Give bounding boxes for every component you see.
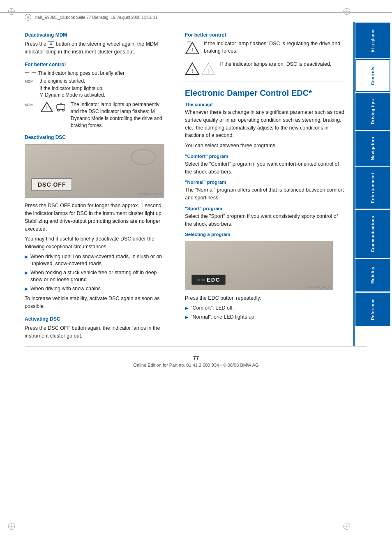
indicator-1-text: If the indicator lamp flashes: DSC is re…: [204, 40, 345, 55]
dsc-text-1: Press the DSC OFF button for longer than…: [25, 202, 168, 233]
activating-dsc-text: Press the DSC OFF button again; the indi…: [25, 324, 168, 340]
svg-point-15: [58, 109, 60, 111]
comfort-program-section: "Comfort" program Select the "Comfort" p…: [185, 154, 345, 176]
normal-program-text: The "Normal" program offers control that…: [185, 186, 345, 202]
svg-point-16: [62, 109, 65, 111]
dsc-bullet-3-text: When driving with snow chains: [30, 285, 101, 293]
concept-text-2: You can select between three programs.: [185, 142, 345, 150]
mdm-dash-2: —: [25, 86, 38, 91]
mdm-indicator2-text: If the indicator lamp lights up:: [39, 86, 104, 91]
mdm-row-2: — If the indicator lamp lights up:: [25, 86, 168, 91]
edc-press-text: Press the EDC button repeatedly:: [185, 294, 345, 302]
sidebar-tab-entertainment[interactable]: Entertainment: [355, 166, 390, 209]
edc-leds: [197, 279, 205, 281]
edc-button-label: EDC: [207, 277, 220, 283]
concept-section: The concept Whenever there is a change i…: [185, 102, 345, 150]
normal-program-heading: "Normal" program: [185, 180, 345, 185]
dsc-off-image: DSC OFF UX00858_EN_S: [25, 144, 164, 198]
indicator-row-1: ! If the indicator lamp flashes: DSC is …: [185, 40, 345, 58]
right-column: For better control ! If the indicator la…: [177, 22, 353, 346]
edc-bullet-1-text: "Comfort": LED off.: [191, 305, 234, 312]
deactivating-dsc-heading: Deactivating DSC: [25, 134, 168, 140]
reg-mark-tr: [343, 7, 351, 16]
mdm-row-label1: MDM the engine is started.: [25, 78, 168, 84]
edc-bullet-arrow-2: ▶: [185, 314, 188, 320]
mdm-indicator1-text: The indicator lamp goes out briefly afte…: [38, 70, 125, 77]
edc-bullet-2: ▶ "Normal": one LED lights up.: [185, 314, 345, 321]
edc-bullet-1: ▶ "Comfort": LED off.: [185, 305, 345, 312]
header-crosshair: ⊕: [25, 14, 31, 21]
dsc-bullet-1: ▶ When driving uphill on snow-covered ro…: [25, 253, 168, 268]
sidebar-tab-navigation[interactable]: Navigation: [355, 131, 390, 166]
main-content: Deactivating MDM Press the ⚙ button on t…: [0, 22, 392, 346]
footer-text: Online Edition for Part no. 01 41 2 600 …: [133, 363, 258, 368]
edc-bullet-2-text: "Normal": one LED lights up.: [191, 314, 256, 321]
header-file-info: ba8_E90M3_cic.book Seite 77 Dienstag, 19…: [35, 15, 157, 20]
sidebar-tab-reference[interactable]: Reference: [355, 292, 390, 326]
header-bar: ⊕ ba8_E90M3_cic.book Seite 77 Dienstag, …: [0, 12, 392, 22]
activating-dsc-section: Activating DSC Press the DSC OFF button …: [25, 316, 168, 340]
dsc-image-label: UX00858_EN_S: [138, 192, 162, 196]
indicator-2-text: If the indicator lamps are on: DSC is de…: [220, 61, 331, 68]
mdm-icon-stack: !: [40, 101, 67, 113]
edc-image-label: UX00905_EN_S: [306, 285, 330, 289]
for-better-control-right-section: For better control ! If the indicator la…: [185, 32, 345, 78]
edc-section: Electronic Damper Control EDC* The conce…: [185, 88, 345, 321]
svg-rect-14: [57, 104, 65, 109]
mdm-dynamic-mode-text: M Dynamic Mode is activated.: [39, 92, 168, 98]
page-footer: 77 Online Edition for Part no. 01 41 2 6…: [25, 346, 367, 372]
dsc-bullet-list: ▶ When driving uphill on snow-covered ro…: [25, 253, 168, 293]
sport-program-heading: "Sport" program: [185, 206, 345, 211]
mdm-indicator3-text: The indicator lamp lights up permanently…: [71, 101, 168, 129]
sidebar-tab-communications[interactable]: Communications: [355, 210, 390, 258]
car-skid-icon: [54, 101, 67, 113]
edc-main-heading: Electronic Damper Control EDC*: [185, 88, 345, 98]
edc-button-image: EDC: [191, 275, 226, 285]
dsc-text-2: You may find it useful to briefly deacti…: [25, 235, 168, 251]
dsc-off-button-image: DSC OFF: [31, 178, 72, 191]
svg-text:!: !: [191, 47, 193, 53]
deactivating-mdm-section: Deactivating MDM Press the ⚙ button on t…: [25, 32, 168, 56]
mdm-dashes-1: — —: [25, 70, 36, 74]
concept-text-1: Whenever there is a change in any signif…: [185, 109, 345, 139]
svg-text:!: !: [191, 67, 193, 74]
section-divider: [185, 81, 345, 81]
dsc-warning-icon-2: ! !: [185, 62, 216, 78]
for-better-control-left-heading: For better control: [25, 62, 168, 67]
reg-mark-bl: [7, 522, 16, 530]
deactivating-mdm-text: Press the ⚙ button on the steering wheel…: [25, 40, 168, 56]
normal-program-section: "Normal" program The "Normal" program of…: [185, 180, 345, 202]
for-better-control-right-heading: For better control: [185, 32, 345, 38]
dsc-bullet-2: ▶ When rocking a stuck vehicle free or s…: [25, 269, 168, 284]
edc-heading-text: Electronic Damper Control EDC*: [185, 88, 312, 97]
bullet-arrow-3: ▶: [25, 286, 28, 292]
sidebar-tab-controls[interactable]: Controls: [355, 59, 390, 92]
edc-image: EDC UX00905_EN_S: [185, 241, 333, 290]
dsc-bullet-2-text: When rocking a stuck vehicle free or sta…: [30, 269, 168, 284]
edc-led-1: [197, 279, 200, 281]
mdm-label-1: MDM: [25, 79, 38, 83]
mdm-icon-section: MDM ! The indicator lamp lights: [25, 101, 168, 129]
sport-program-section: "Sport" program Select the "Sport" progr…: [185, 206, 345, 228]
selecting-program-heading: Selecting a program: [185, 232, 345, 237]
selecting-program-section: Selecting a program EDC UX00905_EN_S Pre…: [185, 232, 345, 321]
dsc-bullet-3: ▶ When driving with snow chains: [25, 285, 168, 293]
mdm-indicator-row-1: — — The indicator lamp goes out briefly …: [25, 70, 168, 77]
dsc-warning-icon-1: !: [185, 41, 200, 58]
edc-bullet-arrow-1: ▶: [185, 305, 188, 311]
mdm-label-1-text: the engine is started.: [39, 78, 85, 84]
sidebar-tab-at-a-glance[interactable]: At a glance: [355, 22, 390, 58]
sidebar-tab-driving-tips[interactable]: Driving tips: [355, 93, 390, 130]
activating-dsc-heading: Activating DSC: [25, 316, 168, 322]
sport-program-text: Select the "Sport" program if you want c…: [185, 213, 345, 228]
svg-text:!: !: [208, 67, 210, 74]
reg-mark-br: [343, 522, 351, 530]
sidebar-tab-mobility[interactable]: Mobility: [355, 259, 390, 291]
right-sidebar: At a glance Controls Driving tips Naviga…: [353, 22, 390, 346]
for-better-control-left-section: For better control — — The indicator lam…: [25, 62, 168, 129]
dsc-text-3: To increase vehicle stability, activate …: [25, 295, 168, 310]
comfort-program-text: Select the "Comfort" program if you want…: [185, 160, 345, 176]
bullet-arrow-2: ▶: [25, 270, 28, 276]
comfort-program-heading: "Comfort" program: [185, 154, 345, 159]
bullet-arrow-1: ▶: [25, 254, 28, 260]
